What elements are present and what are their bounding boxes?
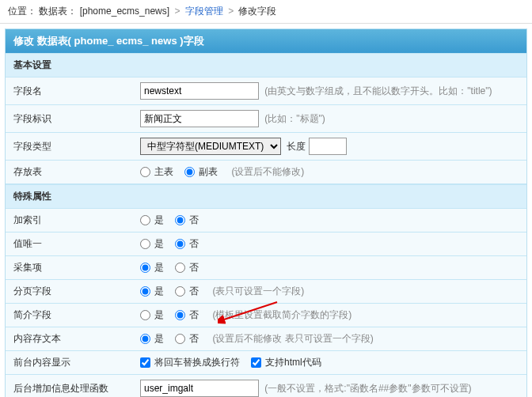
index-label: 加索引 xyxy=(6,209,132,233)
breadcrumb-table-name: [phome_ecms_news] xyxy=(80,6,169,17)
bigtext-hint: (设置后不能修改 表只可设置一个字段) xyxy=(212,333,373,344)
breadcrumb-sep: > xyxy=(174,6,180,17)
field-sign-hint: (比如："标题") xyxy=(264,113,325,124)
field-length-input[interactable] xyxy=(309,138,347,155)
field-type-label: 字段类型 xyxy=(6,133,132,161)
index-no[interactable]: 否 xyxy=(175,214,199,225)
breadcrumb: 位置： 数据表： [phome_ecms_news] > 字段管理 > 修改字段 xyxy=(0,0,532,24)
fdisplay-br-option[interactable]: 将回车替换成换行符 xyxy=(140,357,240,368)
panel-title: 修改 数据表( phome_ ecms_ news )字段 xyxy=(6,29,526,53)
form-panel: 修改 数据表( phome_ ecms_ news )字段 基本设置 字段名 (… xyxy=(5,28,527,397)
field-name-hint: (由英文与数字组成，且不能以数字开头。比如："title") xyxy=(264,85,492,96)
page-no[interactable]: 否 xyxy=(175,285,199,297)
field-name-label: 字段名 xyxy=(6,78,132,105)
field-sign-input[interactable] xyxy=(140,110,259,127)
unique-no[interactable]: 否 xyxy=(175,238,199,249)
badd-input[interactable] xyxy=(140,380,259,397)
unique-label: 值唯一 xyxy=(6,233,132,256)
brief-label: 简介字段 xyxy=(6,304,132,327)
field-name-input[interactable] xyxy=(140,82,259,100)
field-sign-label: 字段标识 xyxy=(6,105,132,133)
store-sub-radio[interactable] xyxy=(184,167,195,177)
store-label: 存放表 xyxy=(6,161,132,184)
section-special: 特殊属性 xyxy=(6,184,526,209)
brief-yes[interactable]: 是 xyxy=(140,309,164,320)
brief-hint: (模板里设置截取简介字数的字段) xyxy=(212,309,352,320)
collect-yes[interactable]: 是 xyxy=(140,262,164,273)
breadcrumb-prefix: 位置： xyxy=(8,6,36,17)
store-main-radio[interactable] xyxy=(140,167,150,177)
bigtext-no[interactable]: 否 xyxy=(175,333,199,344)
store-sub-option[interactable]: 副表 xyxy=(184,166,218,177)
store-hint: (设置后不能修改) xyxy=(231,166,304,177)
bigtext-label: 内容存文本 xyxy=(6,327,132,351)
fdisplay-html-option[interactable]: 支持html代码 xyxy=(251,357,321,368)
section-basic: 基本设置 xyxy=(6,53,526,78)
breadcrumb-current: 修改字段 xyxy=(238,6,276,17)
field-type-select[interactable]: 中型字符型(MEDIUMTEXT) xyxy=(140,138,281,155)
brief-no[interactable]: 否 xyxy=(175,309,199,320)
page-hint: (表只可设置一个字段) xyxy=(212,285,304,297)
breadcrumb-table-prefix: 数据表： xyxy=(39,6,77,17)
fdisplay-br-checkbox[interactable] xyxy=(140,357,150,368)
collect-label: 采集项 xyxy=(6,256,132,280)
bigtext-yes[interactable]: 是 xyxy=(140,333,164,344)
field-length-label: 长度 xyxy=(287,141,306,152)
store-main-option[interactable]: 主表 xyxy=(140,166,173,177)
fdisplay-html-checkbox[interactable] xyxy=(251,357,261,368)
badd-label: 后台增加信息处理函数 xyxy=(6,375,132,398)
breadcrumb-sep: > xyxy=(228,6,234,17)
page-yes[interactable]: 是 xyxy=(140,285,164,297)
page-label: 分页字段 xyxy=(6,280,132,304)
badd-hint: (一般不设置，格式:"函数名##参数"参数可不设置) xyxy=(264,383,471,394)
index-yes[interactable]: 是 xyxy=(140,214,164,225)
unique-yes[interactable]: 是 xyxy=(140,238,164,249)
breadcrumb-link-fields[interactable]: 字段管理 xyxy=(185,6,223,17)
fdisplay-label: 前台内容显示 xyxy=(6,351,132,375)
collect-no[interactable]: 否 xyxy=(175,262,199,273)
